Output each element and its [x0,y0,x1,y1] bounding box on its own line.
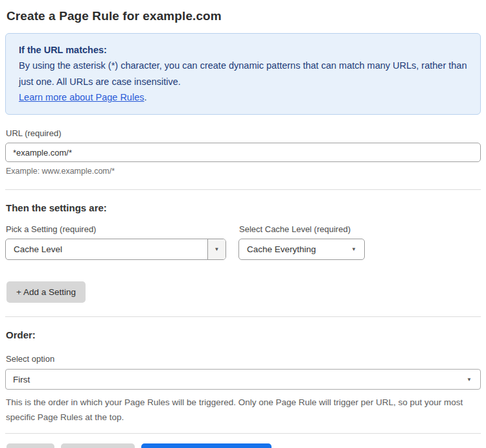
footer-actions: Cancel Save as Draft Save and Deploy Pag… [6,443,481,448]
page-title: Create a Page Rule for example.com [6,9,480,23]
learn-more-link[interactable]: Learn more about Page Rules [19,92,144,102]
order-section-heading: Order: [6,329,480,340]
cache-level-select-label: Select Cache Level (required) [239,224,364,234]
cache-level-select-group: Select Cache Level (required) Cache Ever… [238,213,365,260]
url-input[interactable] [5,143,481,162]
save-as-draft-button[interactable]: Save as Draft [61,443,135,448]
url-example-helper: Example: www.example.com/* [6,167,480,176]
chevron-down-icon[interactable]: ▼ [207,239,226,259]
create-page-rule-form: Create a Page Rule for example.com If th… [0,0,486,448]
settings-selects-row: Pick a Setting (required) Cache Level ▼ … [5,213,481,260]
url-field-label: URL (required) [6,128,480,138]
setting-select-value: Cache Level [6,239,207,259]
setting-select[interactable]: Cache Level ▼ [5,239,226,260]
setting-select-group: Pick a Setting (required) Cache Level ▼ [5,213,226,260]
link-period: . [144,92,146,102]
info-box-body: By using the asterisk (*) character, you… [19,58,467,89]
setting-select-label: Pick a Setting (required) [6,224,226,234]
section-divider [5,189,481,190]
cache-level-select-value: Cache Everything [239,239,351,259]
info-box-link-line: Learn more about Page Rules. [19,89,467,105]
order-help-text: This is the order in which your Page Rul… [6,395,472,425]
order-select-label: Select option [6,354,480,364]
footer-divider [5,433,481,434]
settings-section-heading: Then the settings are: [6,202,480,213]
url-matches-info-box: If the URL matches: By using the asteris… [5,33,481,115]
add-setting-button[interactable]: + Add a Setting [6,281,86,303]
save-and-deploy-button[interactable]: Save and Deploy Page Rule [141,443,272,448]
info-box-heading: If the URL matches: [19,42,467,58]
order-select[interactable]: First ▼ [5,369,481,390]
section-divider [5,316,481,317]
order-select-value: First [6,375,467,384]
chevron-down-icon: ▼ [351,239,364,259]
chevron-down-icon: ▼ [467,377,480,383]
cache-level-select[interactable]: Cache Everything ▼ [238,239,365,260]
cancel-button[interactable]: Cancel [6,443,54,448]
